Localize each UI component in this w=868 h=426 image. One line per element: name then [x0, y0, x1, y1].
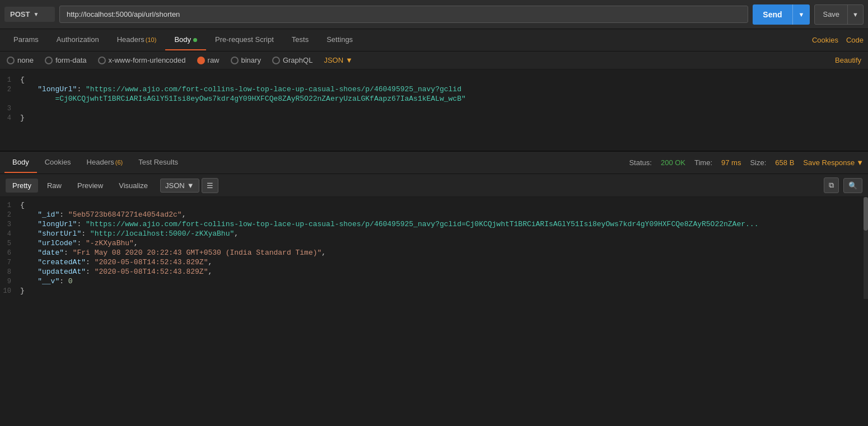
req-line-4: 4 } — [0, 113, 868, 123]
req-line-3: 3 — [0, 104, 868, 113]
resp-raw-tab[interactable]: Raw — [40, 179, 68, 193]
radio-binary-icon — [231, 57, 239, 64]
save-label: Save — [815, 5, 848, 24]
response-tabs-bar: Body Cookies Headers(6) Test Results Sta… — [0, 152, 868, 174]
radio-urlencoded-icon — [98, 57, 106, 64]
option-form-data[interactable]: form-data — [45, 56, 87, 64]
resp-line-9: 9 "__v": 0 — [0, 277, 868, 286]
send-label: Send — [753, 4, 792, 25]
json-type-select[interactable]: JSON ▼ — [324, 56, 353, 64]
tab-body[interactable]: Body — [165, 30, 206, 50]
resp-tabs-left: Body Cookies Headers(6) Test Results — [4, 152, 186, 173]
req-line-2: 2 "longUrl": "https://www.ajio.com/fort-… — [0, 85, 868, 94]
search-button[interactable]: 🔍 — [843, 178, 862, 193]
resp-json-chevron-icon: ▼ — [187, 181, 194, 190]
option-none[interactable]: none — [7, 56, 34, 64]
resp-tab-body[interactable]: Body — [4, 152, 37, 173]
body-options-right: Beautify — [835, 56, 861, 64]
tab-settings[interactable]: Settings — [318, 30, 362, 50]
resp-scrollbar-track[interactable] — [864, 197, 868, 299]
top-bar: POST ▼ Send ▼ Save ▼ — [0, 0, 868, 29]
resp-line-2: 2 "_id": "5eb5723b6847271e4054ad2c", — [0, 210, 868, 219]
send-dropdown-icon[interactable]: ▼ — [793, 4, 810, 25]
resp-tab-headers[interactable]: Headers(6) — [79, 152, 131, 173]
resp-tabs-right: Status: 200 OK Time: 97 ms Size: 658 B S… — [629, 158, 864, 167]
resp-pretty-tab[interactable]: Pretty — [6, 179, 38, 193]
body-active-dot — [193, 38, 197, 42]
tab-headers[interactable]: Headers(10) — [108, 30, 166, 50]
wrap-icon: ☰ — [207, 181, 213, 190]
req-tabs-left: Params Authorization Headers(10) Body Pr… — [4, 30, 362, 50]
method-chevron-icon: ▼ — [33, 11, 39, 17]
resp-wrap-button[interactable]: ☰ — [202, 178, 218, 193]
method-label: POST — [10, 10, 30, 18]
option-raw[interactable]: raw — [197, 56, 220, 64]
cookies-link[interactable]: Cookies — [812, 36, 838, 44]
copy-button[interactable]: ⧉ — [824, 177, 839, 193]
radio-none-icon — [7, 57, 15, 64]
search-icon: 🔍 — [848, 181, 857, 190]
resp-line-8: 8 "updatedAt": "2020-05-08T14:52:43.829Z… — [0, 267, 868, 277]
time-value: 97 ms — [721, 158, 741, 167]
resp-icons: ⧉ 🔍 — [824, 177, 862, 193]
req-line-2b: =Cj0KCQjwhtT1BRCiARIsAGlY51Isi8eyOws7kdr… — [0, 94, 868, 104]
resp-line-4: 4 "shortUrl": "http://localhost:5000/-zK… — [0, 229, 868, 238]
radio-raw-icon — [197, 57, 205, 64]
save-dropdown-icon[interactable]: ▼ — [848, 5, 863, 24]
resp-line-7: 7 "createdAt": "2020-05-08T14:52:43.829Z… — [0, 258, 868, 267]
response-section: Body Cookies Headers(6) Test Results Sta… — [0, 151, 868, 299]
copy-icon: ⧉ — [829, 181, 834, 189]
resp-body-tabs: Pretty Raw Preview Visualize JSON ▼ ☰ ⧉ … — [0, 174, 868, 197]
resp-line-1: 1 { — [0, 200, 868, 210]
tab-tests[interactable]: Tests — [283, 30, 318, 50]
tab-authorization[interactable]: Authorization — [48, 30, 108, 50]
req-line-1: 1 { — [0, 75, 868, 85]
save-button[interactable]: Save ▼ — [814, 4, 864, 25]
send-button[interactable]: Send ▼ — [753, 4, 810, 25]
option-binary[interactable]: binary — [231, 56, 261, 64]
resp-line-5: 5 "urlCode": "-zKXyaBhu", — [0, 238, 868, 248]
radio-formdata-icon — [45, 57, 53, 64]
response-code-editor: 1 { 2 "_id": "5eb5723b6847271e4054ad2c",… — [0, 197, 868, 299]
tab-prerequest[interactable]: Pre-request Script — [206, 30, 283, 50]
body-options: none form-data x-www-form-urlencoded raw… — [0, 52, 868, 69]
beautify-button[interactable]: Beautify — [835, 56, 861, 64]
save-response-button[interactable]: Save Response ▼ — [803, 158, 864, 167]
req-tabs-right: Cookies Code — [812, 36, 864, 44]
size-value: 658 B — [775, 158, 794, 167]
url-input[interactable] — [59, 6, 748, 23]
resp-scrollbar-thumb[interactable] — [864, 197, 868, 231]
resp-preview-tab[interactable]: Preview — [71, 179, 110, 193]
status-value: 200 OK — [661, 158, 685, 167]
tab-params[interactable]: Params — [4, 30, 48, 50]
resp-tab-test-results[interactable]: Test Results — [130, 152, 186, 173]
save-response-dropdown-icon: ▼ — [856, 158, 864, 167]
resp-tab-cookies[interactable]: Cookies — [37, 152, 79, 173]
request-code-editor[interactable]: 1 { 2 "longUrl": "https://www.ajio.com/f… — [0, 69, 868, 151]
json-chevron-icon: ▼ — [346, 56, 353, 64]
resp-line-6: 6 "date": "Fri May 08 2020 20:22:43 GMT+… — [0, 248, 868, 258]
resp-json-select[interactable]: JSON ▼ — [160, 179, 199, 193]
option-urlencoded[interactable]: x-www-form-urlencoded — [98, 56, 186, 64]
resp-line-10: 10 } — [0, 286, 868, 296]
option-graphql[interactable]: GraphQL — [272, 56, 312, 64]
code-link[interactable]: Code — [846, 36, 864, 44]
resp-visualize-tab[interactable]: Visualize — [112, 179, 155, 193]
method-select[interactable]: POST ▼ — [4, 7, 55, 22]
request-tabs: Params Authorization Headers(10) Body Pr… — [0, 29, 868, 52]
radio-graphql-icon — [272, 57, 280, 64]
resp-line-3: 3 "longUrl": "https://www.ajio.com/fort-… — [0, 219, 868, 229]
